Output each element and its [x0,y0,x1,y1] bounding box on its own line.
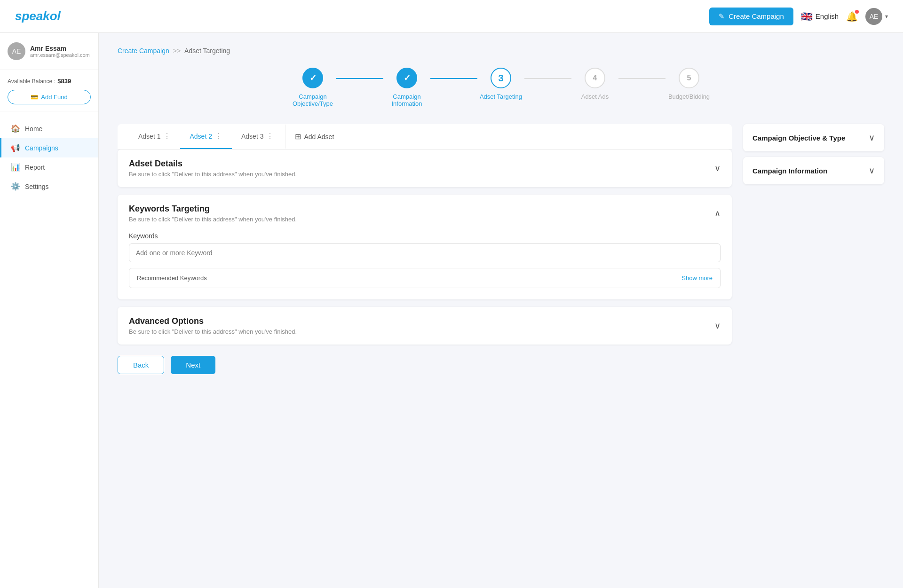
sidebar-item-home[interactable]: 🏠 Home [0,119,98,138]
back-button[interactable]: Back [118,356,164,374]
add-fund-button[interactable]: 💳 Add Fund [8,90,91,104]
adset-details-card: Adset Details Be sure to click "Deliver … [118,149,732,187]
right-panel-objective-title: Campaign Objective & Type [752,134,845,142]
breadcrumb-separator: >> [173,47,181,55]
breadcrumb-current: Adset Targeting [184,47,230,55]
breadcrumb-link[interactable]: Create Campaign [118,47,169,55]
adset3-menu-icon[interactable]: ⋮ [266,132,274,141]
balance-section: Avaliable Balance : $839 💳 Add Fund [0,70,98,111]
step-circle-5: 5 [679,68,699,88]
user-dropdown[interactable]: AE ▾ [865,8,888,25]
right-panel-campaign-info: Campaign Information ∨ [743,157,884,184]
balance-label: Avaliable Balance : [8,78,55,85]
tab-adset2[interactable]: Adset 2 ⋮ [180,124,231,149]
step-circle-1: ✓ [302,68,323,88]
header-right: ✎ Create Campaign 🇬🇧 English 🔔 AE ▾ [709,8,888,25]
adset-details-header[interactable]: Adset Details Be sure to click "Deliver … [118,149,732,187]
connector-3-4 [524,78,571,79]
step-circle-4: 4 [585,68,605,88]
steps-wrapper: ✓ Campaign Objective/Type ✓ Campaign Inf… [118,68,884,107]
adset1-menu-icon[interactable]: ⋮ [163,132,171,141]
content-area: Create Campaign >> Adset Targeting ✓ Cam… [99,33,903,588]
adset2-menu-icon[interactable]: ⋮ [215,132,222,141]
plus-icon: ✎ [719,12,725,21]
right-panel-info-chevron-down-icon[interactable]: ∨ [869,165,875,176]
keywords-subtitle: Be sure to click "Deliver to this addres… [129,216,297,223]
user-email: amr.essam@speakol.com [30,52,90,58]
settings-icon: ⚙️ [11,182,20,191]
keywords-body: Keywords Recommended Keywords Show more [118,232,732,299]
keywords-title: Keywords Targeting [129,204,297,214]
step-1: ✓ Campaign Objective/Type [289,68,336,107]
add-icon: ⊞ [295,132,301,141]
sidebar-item-campaigns[interactable]: 📢 Campaigns [0,138,98,157]
home-icon: 🏠 [11,124,20,133]
connector-1-2 [336,78,383,79]
main-layout: AE Amr Essam amr.essam@speakol.com Avali… [0,33,903,588]
sidebar-nav: 🏠 Home 📢 Campaigns 📊 Report ⚙️ Settings [0,111,98,204]
sidebar-item-settings[interactable]: ⚙️ Settings [0,177,98,196]
avatar: AE [865,8,882,25]
sidebar-item-report[interactable]: 📊 Report [0,157,98,177]
keywords-label: Keywords [129,232,721,240]
report-icon: 📊 [11,163,20,172]
advanced-options-title: Advanced Options [129,316,297,326]
step-4: 4 Adset Ads [571,68,618,100]
chevron-down-icon: ▾ [885,13,888,20]
adset-details-chevron-down-icon[interactable]: ∨ [714,163,721,173]
sidebar-avatar: AE [8,42,25,60]
step-2: ✓ Campaign Information [383,68,430,107]
right-panel-campaign-objective: Campaign Objective & Type ∨ [743,124,884,151]
tab-adset1[interactable]: Adset 1 ⋮ [129,124,180,149]
tab-adset3[interactable]: Adset 3 ⋮ [232,124,283,149]
step-label-4: Adset Ads [581,93,609,100]
breadcrumb: Create Campaign >> Adset Targeting [118,47,884,55]
two-col-layout: Adset 1 ⋮ Adset 2 ⋮ Adset 3 ⋮ ⊞ Add Adse… [118,124,884,374]
right-panel-objective-chevron-down-icon[interactable]: ∨ [869,133,875,143]
language-selector[interactable]: 🇬🇧 English [801,11,839,22]
adset-details-subtitle: Be sure to click "Deliver to this addres… [129,171,297,178]
keywords-targeting-card: Keywords Targeting Be sure to click "Del… [118,195,732,299]
step-label-5: Budget/Bidding [668,93,710,100]
step-circle-3: 3 [491,68,511,88]
sidebar: AE Amr Essam amr.essam@speakol.com Avali… [0,33,99,588]
next-button[interactable]: Next [171,356,215,374]
connector-2-3 [430,78,477,79]
recommended-label: Recommended Keywords [137,274,207,282]
recommended-keywords-row: Recommended Keywords Show more [129,268,721,288]
sidebar-user: AE Amr Essam amr.essam@speakol.com [0,42,98,70]
right-panel: Campaign Objective & Type ∨ Campaign Inf… [743,124,884,190]
steps-inner: ✓ Campaign Objective/Type ✓ Campaign Inf… [289,68,713,107]
adset-tabs: Adset 1 ⋮ Adset 2 ⋮ Adset 3 ⋮ ⊞ Add Adse… [118,124,732,149]
sidebar-user-info: Amr Essam amr.essam@speakol.com [30,45,90,58]
keywords-header[interactable]: Keywords Targeting Be sure to click "Del… [118,195,732,232]
step-label-3: Adset Targeting [480,93,522,100]
add-adset-button[interactable]: ⊞ Add Adset [285,125,343,149]
keywords-input[interactable] [129,243,721,262]
step-label-1: Campaign Objective/Type [289,93,336,107]
top-header: speakol ✎ Create Campaign 🇬🇧 English 🔔 A… [0,0,903,33]
right-panel-info-header[interactable]: Campaign Information ∨ [743,157,884,184]
connector-4-5 [618,78,665,79]
flag-icon: 🇬🇧 [801,11,813,22]
notification-icon[interactable]: 🔔 [846,11,858,22]
user-name: Amr Essam [30,45,90,52]
show-more-link[interactable]: Show more [681,274,713,282]
advanced-options-chevron-down-icon[interactable]: ∨ [714,321,721,331]
advanced-options-card: Advanced Options Be sure to click "Deliv… [118,307,732,345]
right-panel-objective-header[interactable]: Campaign Objective & Type ∨ [743,124,884,151]
wallet-icon: 💳 [31,94,38,101]
main-col: Adset 1 ⋮ Adset 2 ⋮ Adset 3 ⋮ ⊞ Add Adse… [118,124,732,374]
adset-details-title: Adset Details [129,159,297,169]
create-campaign-header-btn[interactable]: ✎ Create Campaign [709,8,793,25]
step-3: 3 Adset Targeting [477,68,524,100]
advanced-options-subtitle: Be sure to click "Deliver to this addres… [129,328,297,335]
form-buttons: Back Next [118,356,732,374]
right-panel-info-title: Campaign Information [752,167,827,175]
keywords-chevron-up-icon[interactable]: ∧ [714,208,721,219]
step-5: 5 Budget/Bidding [665,68,713,100]
advanced-options-header[interactable]: Advanced Options Be sure to click "Deliv… [118,307,732,345]
step-label-2: Campaign Information [383,93,430,107]
logo: speakol [15,9,61,24]
balance-value: $839 [57,78,71,85]
